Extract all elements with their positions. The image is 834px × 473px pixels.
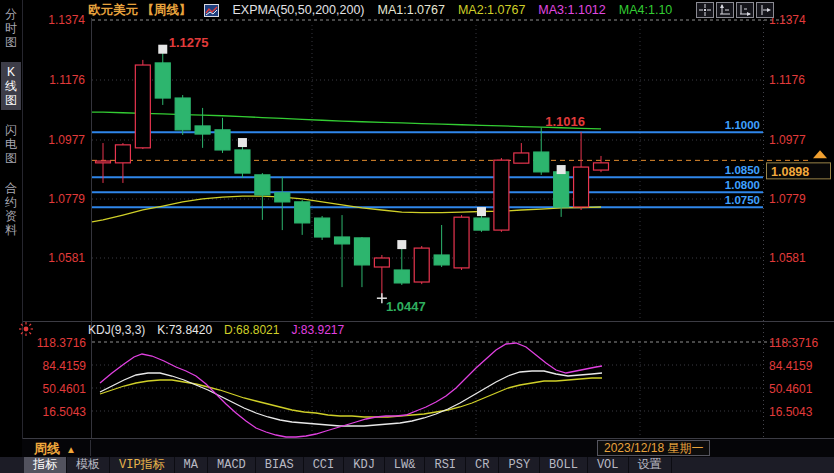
svg-text:1.0750: 1.0750 [725,194,760,206]
toolbar-item-rsi[interactable]: RSI [425,457,466,473]
month-marker [477,207,486,216]
sidebar-item-kline[interactable]: K线图 [1,62,21,110]
kdj-axis-label-left: 50.4601 [43,382,86,396]
chart-tools [696,2,774,18]
indicator-toolbar: 指标模板VIP指标MAMACDBIASCCIKDJLW&RSICRPSYBOLL… [0,457,834,473]
toolbar-item-bias[interactable]: BIAS [256,457,304,473]
ma3-value: MA3:1.1012 [538,3,605,17]
toolbar-item-macd[interactable]: MACD [208,457,256,473]
price-axis-label-left: 1.0977 [48,133,85,147]
toolbar-item-cr[interactable]: CR [466,457,499,473]
crosshair-icon[interactable] [696,2,714,18]
kdj-title: KDJ(9,3,3) [88,323,145,337]
price-axis-label-right: 1.0779 [769,192,806,206]
cursor-date-label: 2023/12/18 星期一 [597,440,710,456]
month-marker [158,45,167,54]
month-marker [238,138,247,147]
sun-icon[interactable] [18,321,34,341]
kdj-axis-label-left: 118.3716 [37,336,86,350]
ma4-value: MA4:1.10 [619,3,673,17]
mini-chart-icon [204,4,219,17]
toolbar-item-ma[interactable]: MA [175,457,208,473]
period-label: 周线 [34,441,60,456]
toolbar-item-vol[interactable]: VOL [588,457,629,473]
price-axis-label-left: 1.1176 [49,73,85,87]
toolbar-item-psy[interactable]: PSY [499,457,540,473]
toolbar-item-template[interactable]: 模板 [67,457,110,473]
svg-text:1.0800: 1.0800 [725,179,760,191]
symbol-title: 欧元美元 【周线】 [88,2,191,19]
price-axis-label-right: 1.0977 [769,133,806,147]
ma1-value: MA1:1.0767 [378,3,445,17]
price-axis-label-left: 1.0581 [48,251,85,265]
svg-text:1.1000: 1.1000 [725,119,760,131]
chart-header: 欧元美元 【周线】 EXPMA(50,50,200,200) MA1:1.076… [88,1,672,19]
indicator-params-label: EXPMA(50,50,200,200) [232,3,364,17]
svg-text:1.1016: 1.1016 [545,114,585,129]
period-arrow-icon: ▲ [66,444,76,455]
toolbar-item-boll[interactable]: BOLL [540,457,588,473]
kdj-header: KDJ(9,3,3) K:73.8420 D:68.8021 J:83.9217 [88,322,344,338]
kdj-axis-label-right: 118.3716 [769,336,818,350]
toolbar-item-settings[interactable]: 设置 [629,457,672,473]
month-marker [397,240,406,249]
svg-text:1.0850: 1.0850 [725,164,760,176]
kdj-axis-label-right: 16.5043 [769,405,812,419]
left-sidebar: 分时图K线图闪电图合约资料 [0,0,23,473]
kdj-axis-label-right: 84.4159 [769,359,812,373]
kdj-d-value: D:68.8021 [224,323,279,337]
price-axis-label-right: 1.1374 [769,13,806,27]
kdj-k-value: K:73.8420 [157,323,212,337]
trading-terminal: 1.10001.08501.08001.07501.08981.12751.10… [0,0,834,473]
toolbar-item-vip[interactable]: VIP指标 [110,457,175,473]
period-row: 周线▲ 2023/12/18 星期一 [22,439,834,457]
month-marker [557,165,566,174]
kdj-axis-label-left: 16.5043 [43,405,86,419]
zoom-x-axis-icon[interactable] [736,2,754,18]
sidebar-item-lightning[interactable]: 闪电图 [1,120,21,168]
sidebar-item-timeline[interactable]: 分时图 [1,4,21,52]
zoom-y-axis-icon[interactable] [716,2,734,18]
ma2-value: MA2:1.0767 [458,3,525,17]
toolbar-item-kdj[interactable]: KDJ [344,457,385,473]
sidebar-item-contract-info[interactable]: 合约资料 [1,178,21,240]
ma-values: MA1:1.0767MA2:1.0767MA3:1.1012MA4:1.10 [378,3,673,17]
svg-text:1.0447: 1.0447 [386,299,426,314]
kdj-j-value: J:83.9217 [291,323,344,337]
kdj-axis-label-left: 84.4159 [43,359,86,373]
kdj-axis-label-right: 50.4601 [769,382,812,396]
price-axis-label-left: 1.1374 [48,13,85,27]
price-axis-label-left: 1.0779 [48,192,85,206]
toolbar-item-indicator[interactable]: 指标 [24,457,67,473]
toolbar-item-cci[interactable]: CCI [304,457,345,473]
svg-text:1.1275: 1.1275 [169,35,209,50]
price-axis-label-right: 1.0581 [769,251,806,265]
toolbar-item-lw[interactable]: LW& [385,457,426,473]
chart-canvas[interactable]: 1.10001.08501.08001.07501.08981.12751.10… [0,0,834,456]
price-axis-label-right: 1.1176 [769,73,805,87]
shift-right-icon[interactable] [756,2,774,18]
candlesticks [96,50,609,299]
period-button[interactable]: 周线▲ [30,440,91,456]
svg-text:1.0898: 1.0898 [771,165,809,179]
